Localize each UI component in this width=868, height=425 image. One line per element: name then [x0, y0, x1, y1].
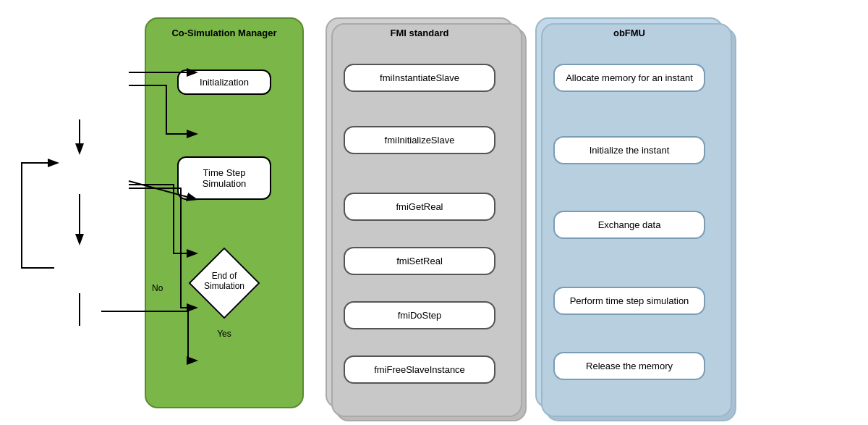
- obfmu-box-0: Allocate memory for an instant: [553, 64, 705, 92]
- left-panel: Co-Simulation Manager Initialization Tim…: [145, 17, 304, 408]
- mid-panel-title: FMI standard: [391, 28, 449, 38]
- timestep-box: Time StepSimulation: [177, 156, 271, 200]
- right-panel-title: obFMU: [613, 28, 645, 38]
- mid-panel: FMI standard fmiInstantiateSlave fmiInit…: [326, 17, 514, 408]
- fmi-box-5: fmiFreeSlaveInstance: [344, 355, 495, 384]
- obfmu-box-2: Exchange data: [553, 211, 705, 239]
- fmi-box-0: fmiInstantiateSlave: [344, 64, 495, 92]
- yes-label: Yes: [217, 329, 231, 339]
- fmi-box-3: fmiSetReal: [344, 247, 495, 275]
- fmi-box-2: fmiGetReal: [344, 193, 495, 221]
- no-label: No: [152, 283, 163, 293]
- right-panel: obFMU Allocate memory for an instant Ini…: [535, 17, 723, 408]
- end-sim-diamond: End ofSimulation: [192, 251, 257, 316]
- fmi-box-1: fmiInitializeSlave: [344, 126, 495, 154]
- fmi-box-4: fmiDoStep: [344, 301, 495, 329]
- obfmu-box-4: Release the memory: [553, 352, 705, 380]
- initialization-box: Initialization: [177, 70, 271, 95]
- obfmu-box-3: Perform time step simulation: [553, 287, 705, 315]
- diagram: Co-Simulation Manager Initialization Tim…: [0, 0, 868, 425]
- right-panel-wrapper: obFMU Allocate memory for an instant Ini…: [535, 17, 723, 408]
- left-panel-title: Co-Simulation Manager: [171, 28, 276, 38]
- obfmu-box-1: Initialize the instant: [553, 136, 705, 164]
- mid-panel-wrapper: FMI standard fmiInstantiateSlave fmiInit…: [326, 17, 514, 408]
